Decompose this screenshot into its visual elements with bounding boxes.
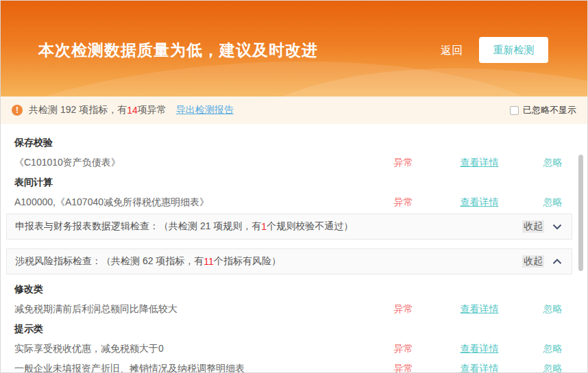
ignored-filter-label: 已忽略不显示 <box>523 104 576 116</box>
check-item-name: 减免税期满前后利润总额同比降低较大 <box>14 303 394 316</box>
collapse-toggle-label[interactable]: 收起 <box>522 220 544 233</box>
summary-bar: ! 共检测 192 项指标，有 14 项异常 导出检测报告 已忽略不显示 <box>1 97 587 124</box>
detection-result-page: 本次检测数据质量为低，建议及时改进 返回 重新检测 ! 共检测 192 项指标，… <box>0 0 588 373</box>
ignored-filter[interactable]: 已忽略不显示 <box>510 104 576 116</box>
ignore-link[interactable]: 忽略 <box>543 157 562 168</box>
banner-title: 本次检测数据质量为低，建议及时改进 <box>38 40 318 61</box>
collapse-bar-label-suffix: 个规则校验不通过） <box>267 220 353 233</box>
section-title-modify-type: 修改类 <box>1 279 587 299</box>
check-item-name: A100000,《A107040减免所得税优惠明细表》 <box>14 196 394 209</box>
collapse-bar-logic-check[interactable]: 申报表与财务报表数据逻辑检查：（共检测 21 项规则，有 1 个规则校验不通过）… <box>6 214 572 240</box>
summary-text-prefix: 共检测 192 项指标，有 <box>29 104 127 116</box>
abnormal-count: 14 <box>127 105 138 116</box>
status-badge: 异常 <box>394 157 461 169</box>
vertical-scrollbar-thumb[interactable] <box>578 155 583 271</box>
table-row: A100000,《A107040减免所得税优惠明细表》 异常 查看详情 忽略 <box>1 192 587 212</box>
table-row: 实际享受税收优惠，减免税额大于0 异常 查看详情 忽略 <box>1 339 587 359</box>
collapse-bar-label-suffix: 个指标有风险） <box>214 255 281 268</box>
status-badge: 异常 <box>394 343 461 355</box>
ignore-link[interactable]: 忽略 <box>543 303 562 314</box>
chevron-down-icon[interactable] <box>552 224 562 230</box>
section-title-save-check: 保存校验 <box>1 133 587 153</box>
chevron-up-icon[interactable] <box>552 259 562 265</box>
table-row: 减免税期满前后利润总额同比降低较大 异常 查看详情 忽略 <box>1 299 587 319</box>
view-detail-link[interactable]: 查看详情 <box>460 303 498 314</box>
result-banner: 本次检测数据质量为低，建议及时改进 返回 重新检测 <box>1 1 587 97</box>
collapse-bar-label-prefix: 涉税风险指标检查：（共检测 62 项指标，有 <box>15 255 204 268</box>
check-item-name: 实际享受税收优惠，减免税额大于0 <box>14 343 394 355</box>
warning-circle-icon: ! <box>12 105 23 116</box>
export-report-link[interactable]: 导出检测报告 <box>176 104 234 116</box>
view-detail-link[interactable]: 查看详情 <box>460 363 498 373</box>
check-item-name: 《C101010资产负债表》 <box>14 157 394 169</box>
table-row: 《C101010资产负债表》 异常 查看详情 忽略 <box>1 153 587 172</box>
ignore-link[interactable]: 忽略 <box>543 363 562 373</box>
collapse-bar-count: 11 <box>204 256 214 267</box>
ignore-link[interactable]: 忽略 <box>543 343 562 354</box>
status-badge: 异常 <box>394 303 461 316</box>
ignored-filter-checkbox[interactable] <box>510 106 519 115</box>
section-title-hint-type: 提示类 <box>1 319 587 339</box>
view-detail-link[interactable]: 查看详情 <box>460 196 498 207</box>
recheck-button[interactable]: 重新检测 <box>479 37 548 63</box>
status-badge: 异常 <box>394 363 461 373</box>
check-results-list: 保存校验 《C101010资产负债表》 异常 查看详情 忽略 表间计算 A100… <box>1 124 587 372</box>
view-detail-link[interactable]: 查看详情 <box>460 343 498 354</box>
collapse-bar-risk-check[interactable]: 涉税风险指标检查：（共检测 62 项指标，有 11 个指标有风险） 收起 <box>6 248 572 274</box>
collapse-toggle-label[interactable]: 收起 <box>522 255 544 268</box>
status-badge: 异常 <box>394 196 461 209</box>
collapse-bar-label-prefix: 申报表与财务报表数据逻辑检查：（共检测 21 项规则，有 <box>15 220 261 233</box>
check-item-name: 一般企业未填报资产折旧、摊销情况及纳税调整明细表 <box>14 363 394 373</box>
back-button[interactable]: 返回 <box>441 44 463 58</box>
section-title-cross-table: 表间计算 <box>1 172 587 192</box>
view-detail-link[interactable]: 查看详情 <box>460 157 498 168</box>
summary-text-suffix: 项异常 <box>138 104 167 116</box>
ignore-link[interactable]: 忽略 <box>543 196 562 207</box>
table-row: 一般企业未填报资产折旧、摊销情况及纳税调整明细表 异常 查看详情 忽略 <box>1 359 587 373</box>
collapse-bar-count: 1 <box>261 221 267 232</box>
